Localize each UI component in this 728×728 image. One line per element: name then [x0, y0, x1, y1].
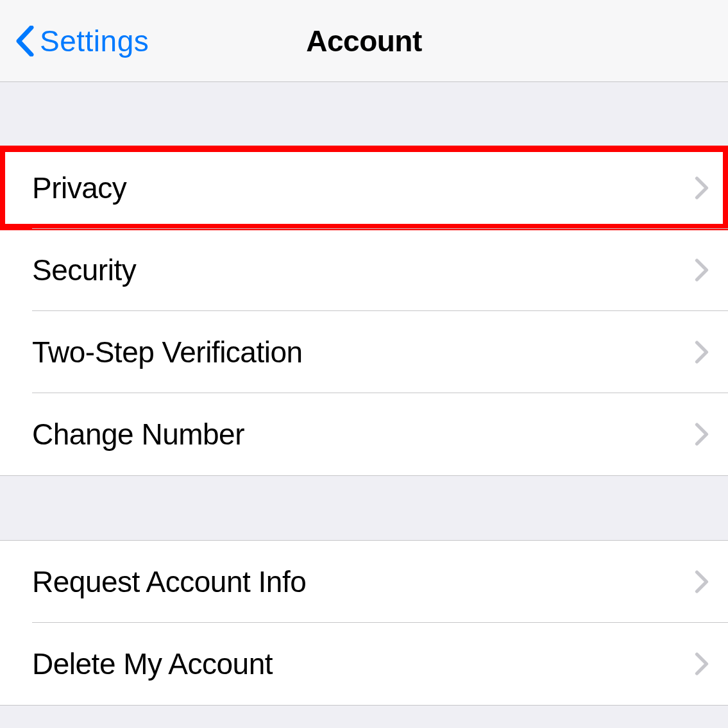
- list-item-delete-my-account[interactable]: Delete My Account: [0, 623, 728, 705]
- back-button[interactable]: Settings: [15, 24, 149, 58]
- page-title: Account: [306, 24, 422, 58]
- list-item-label: Privacy: [32, 171, 126, 205]
- list-item-request-account-info[interactable]: Request Account Info: [0, 541, 728, 623]
- chevron-right-icon: [695, 423, 709, 446]
- chevron-right-icon: [695, 258, 709, 282]
- list-item-label: Security: [32, 253, 136, 287]
- chevron-right-icon: [695, 341, 709, 364]
- navigation-bar: Settings Account: [0, 0, 728, 82]
- list-item-label: Two-Step Verification: [32, 335, 303, 369]
- chevron-right-icon: [695, 176, 709, 199]
- settings-section-2: Request Account Info Delete My Account: [0, 540, 728, 706]
- list-item-change-number[interactable]: Change Number: [0, 393, 728, 475]
- list-item-label: Delete My Account: [32, 647, 273, 681]
- list-item-privacy[interactable]: Privacy: [0, 147, 728, 229]
- back-label: Settings: [40, 24, 149, 58]
- chevron-right-icon: [695, 652, 709, 675]
- chevron-left-icon: [15, 26, 35, 56]
- chevron-right-icon: [695, 570, 709, 593]
- section-spacer: [0, 476, 728, 540]
- list-item-label: Change Number: [32, 417, 244, 452]
- list-item-security[interactable]: Security: [0, 229, 728, 311]
- settings-section-1: Privacy Security Two-Step Verification C…: [0, 146, 728, 476]
- section-spacer: [0, 82, 728, 146]
- list-item-label: Request Account Info: [32, 564, 306, 599]
- list-item-two-step-verification[interactable]: Two-Step Verification: [0, 311, 728, 393]
- separator: [32, 228, 728, 229]
